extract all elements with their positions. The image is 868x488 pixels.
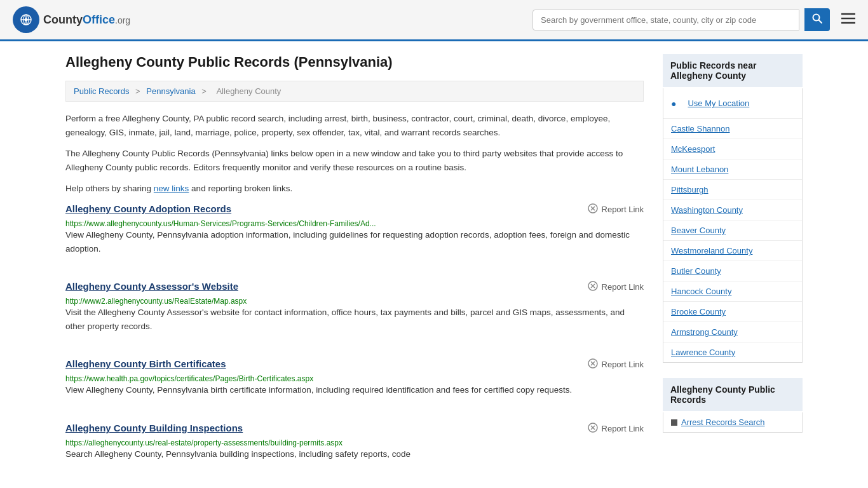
sidebar: Public Records near Allegheny County ● U… (663, 54, 803, 487)
intro-text-3: Help others by sharing new links and rep… (65, 182, 644, 196)
svg-line-7 (819, 20, 822, 24)
list-item: Washington County (663, 200, 802, 220)
sidebar-link-mount-lebanon[interactable]: Mount Lebanon (663, 159, 802, 179)
record-desc-3: Search Allegheny County, Pennsylvania bu… (65, 447, 644, 461)
report-link-0[interactable]: Report Link (588, 203, 644, 215)
content-area: Allegheny County Public Records (Pennsyl… (65, 54, 644, 487)
intro-text-2: The Allegheny County Public Records (Pen… (65, 147, 644, 174)
sidebar-link-mckeesport[interactable]: McKeesport (663, 139, 802, 159)
menu-button[interactable] (841, 11, 855, 28)
sidebar-link-lawrence-county[interactable]: Lawrence County (663, 342, 802, 362)
record-desc-2: View Allegheny County, Pennsylvania birt… (65, 383, 644, 397)
sidebar-nearby-title: Public Records near Allegheny County (663, 54, 803, 87)
report-icon-0 (588, 203, 598, 215)
report-link-1[interactable]: Report Link (588, 281, 644, 293)
record-entry: Allegheny County Assessor's Website Repo… (65, 281, 644, 343)
list-item: Lawrence County (663, 342, 802, 362)
sidebar-records-item-0: Arrest Records Search (663, 412, 803, 433)
record-url-2[interactable]: https://www.health.pa.gov/topics/certifi… (65, 374, 313, 383)
report-icon-1 (588, 281, 598, 293)
report-icon-2 (588, 358, 598, 370)
record-desc-1: Visit the Allegheny County Assessor's we… (65, 306, 644, 333)
sidebar-link-brooke-county[interactable]: Brooke County (663, 302, 802, 322)
search-button[interactable] (804, 8, 830, 31)
list-item: Hancock County (663, 281, 802, 302)
list-item: Beaver County (663, 220, 802, 241)
record-desc-0: View Allegheny County, Pennsylvania adop… (65, 228, 644, 255)
sidebar-link-armstrong-county[interactable]: Armstrong County (663, 322, 802, 342)
sidebar-link-castle-shannon[interactable]: Castle Shannon (663, 119, 802, 139)
record-url-0[interactable]: https://www.alleghenycounty.us/Human-Ser… (65, 219, 376, 228)
main-container: Allegheny County Public Records (Pennsyl… (53, 41, 815, 488)
sidebar-nearby-section: Public Records near Allegheny County ● U… (663, 54, 803, 363)
sidebar-records-link-0[interactable]: Arrest Records Search (681, 417, 765, 427)
logo-icon (13, 6, 39, 33)
report-link-2[interactable]: Report Link (588, 358, 644, 370)
sidebar-link-westmoreland-county[interactable]: Westmoreland County (663, 241, 802, 261)
record-bullet-icon (671, 419, 677, 426)
site-header: CountyOffice.org (0, 0, 868, 41)
breadcrumb-allegheny: Allegheny County (216, 86, 281, 96)
sidebar-link-beaver-county[interactable]: Beaver County (663, 220, 802, 240)
sidebar-records-section: Allegheny County Public Records Arrest R… (663, 378, 803, 433)
record-entry: Allegheny County Adoption Records Report… (65, 203, 644, 266)
record-title-2[interactable]: Allegheny County Birth Certificates (65, 358, 226, 369)
record-title-1[interactable]: Allegheny County Assessor's Website (65, 281, 238, 292)
breadcrumb-public-records[interactable]: Public Records (74, 86, 129, 96)
sidebar-link-washington-county[interactable]: Washington County (663, 200, 802, 220)
sidebar-use-location: ● Use My Location (663, 88, 802, 119)
list-item: Brooke County (663, 302, 802, 322)
logo-text: CountyOffice.org (43, 13, 130, 27)
record-url-3[interactable]: https://alleghenycounty.us/real-estate/p… (65, 438, 342, 447)
logo-area: CountyOffice.org (13, 6, 130, 33)
record-title-3[interactable]: Allegheny County Building Inspections (65, 423, 243, 433)
list-item: Mount Lebanon (663, 159, 802, 180)
search-area (532, 8, 855, 31)
breadcrumb-pennsylvania[interactable]: Pennsylvania (146, 86, 195, 96)
list-item: McKeesport (663, 139, 802, 159)
list-item: Westmoreland County (663, 241, 802, 261)
report-link-3[interactable]: Report Link (588, 423, 644, 435)
record-url-1[interactable]: http://www2.alleghenycounty.us/RealEstat… (65, 297, 247, 306)
svg-point-5 (25, 18, 28, 22)
use-my-location-link[interactable]: Use My Location (680, 93, 757, 113)
search-input[interactable] (532, 10, 799, 30)
intro-text-1: Perform a free Allegheny County, PA publ… (65, 112, 644, 139)
list-item: Butler County (663, 261, 802, 281)
report-icon-3 (588, 423, 598, 435)
page-title: Allegheny County Public Records (Pennsyl… (65, 54, 644, 71)
sidebar-link-hancock-county[interactable]: Hancock County (663, 281, 802, 301)
record-entry: Allegheny County Birth Certificates Repo… (65, 358, 644, 407)
sidebar-records-title: Allegheny County Public Records (663, 378, 803, 411)
list-item: Armstrong County (663, 322, 802, 342)
location-pin-icon: ● (671, 98, 676, 109)
new-links-link[interactable]: new links (154, 184, 189, 193)
sidebar-link-butler-county[interactable]: Butler County (663, 261, 802, 281)
breadcrumb: Public Records > Pennsylvania > Alleghen… (65, 81, 644, 102)
record-entry: Allegheny County Building Inspections Re… (65, 423, 644, 471)
sidebar-nearby-list: ● Use My Location Castle Shannon McKeesp… (663, 88, 803, 363)
record-title-0[interactable]: Allegheny County Adoption Records (65, 203, 231, 214)
list-item: Pittsburgh (663, 180, 802, 200)
list-item: Castle Shannon (663, 119, 802, 139)
sidebar-link-pittsburgh[interactable]: Pittsburgh (663, 180, 802, 200)
